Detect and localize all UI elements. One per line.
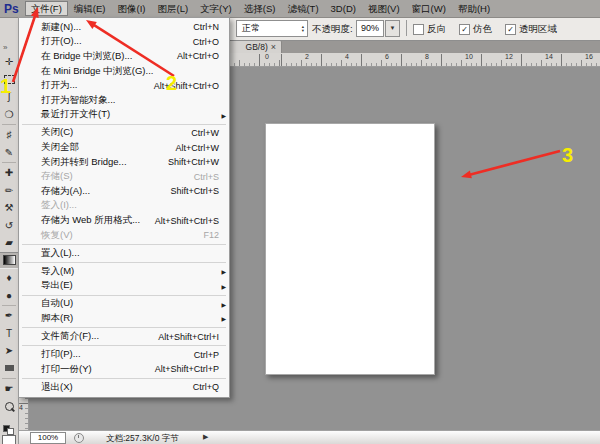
checked-checkbox-icon[interactable]: ✓ <box>505 24 516 35</box>
brush-tool[interactable]: ✏ <box>0 182 18 200</box>
file-menu-item-存储为(A)...[interactable]: 存储为(A)...Shift+Ctrl+S <box>19 184 229 199</box>
pen-tool[interactable]: ✒ <box>0 307 18 325</box>
blur-tool-icon: ♦ <box>6 272 11 283</box>
quick-select-tool[interactable]: ❍ <box>0 106 18 124</box>
gradient-tool[interactable] <box>0 252 18 270</box>
menubar-item-3D(D)[interactable]: 3D(D) <box>325 1 362 16</box>
eraser-tool[interactable]: ▰ <box>0 234 18 252</box>
pen-tool-icon: ✒ <box>5 310 13 321</box>
file-menu-item-打印一份(Y)[interactable]: 打印一份(Y)Alt+Shift+Ctrl+P <box>19 362 229 377</box>
healing-brush-tool-icon: ✚ <box>5 167 13 178</box>
path-select-tool[interactable]: ➤ <box>0 342 18 360</box>
menu-item-label: 自动(U) <box>19 297 73 310</box>
menu-item-label: 导入(M) <box>19 265 74 278</box>
unchecked-checkbox-icon[interactable] <box>413 24 424 35</box>
menubar-item-图层(L)[interactable]: 图层(L) <box>151 1 194 16</box>
menubar-item-文字(Y)[interactable]: 文字(Y) <box>194 1 238 16</box>
file-menu-item-导入(M)[interactable]: 导入(M)▶ <box>19 264 229 279</box>
menubar-item-滤镜(T)[interactable]: 滤镜(T) <box>281 1 324 16</box>
menu-item-label: 置入(L)... <box>19 247 80 260</box>
file-menu-item-关闭并转到 Bridge...[interactable]: 关闭并转到 Bridge...Shift+Ctrl+W <box>19 155 229 170</box>
clone-stamp-tool[interactable]: ⚒ <box>0 199 18 217</box>
photoshop-window: Ps 文件(F)编辑(E)图像(I)图层(L)文字(Y)选择(S)滤镜(T)3D… <box>0 0 600 444</box>
lasso-tool[interactable]: ʃ <box>0 88 18 106</box>
checkbox-label: 仿色 <box>473 23 492 36</box>
menu-item-shortcut: Alt+Ctrl+W <box>175 143 229 153</box>
file-menu-item-存储为 Web 所用格式...[interactable]: 存储为 Web 所用格式...Alt+Shift+Ctrl+S <box>19 213 229 228</box>
healing-brush-tool[interactable]: ✚ <box>0 164 18 182</box>
menu-item-label: 存储为 Web 所用格式... <box>19 214 140 227</box>
zoom-level-input[interactable]: 100% <box>30 432 66 444</box>
menubar-item-帮助(H)[interactable]: 帮助(H) <box>452 1 496 16</box>
file-menu-item-脚本(R)[interactable]: 脚本(R)▶ <box>19 311 229 326</box>
menu-item-shortcut: Shift+Ctrl+S <box>170 186 229 196</box>
swatch-well[interactable] <box>2 435 16 444</box>
file-menu-item-导出(E)[interactable]: 导出(E)▶ <box>19 279 229 294</box>
menubar-item-文件(F)[interactable]: 文件(F) <box>25 1 68 16</box>
menu-item-label: 打开为智能对象... <box>19 94 115 107</box>
file-menu-item-在 Mini Bridge 中浏览(G)...[interactable]: 在 Mini Bridge 中浏览(G)... <box>19 64 229 79</box>
file-menu-item-新建(N)...[interactable]: 新建(N)...Ctrl+N <box>19 20 229 35</box>
document-canvas[interactable] <box>265 123 435 375</box>
menubar-item-视图(V)[interactable]: 视图(V) <box>362 1 406 16</box>
menubar-items: 文件(F)编辑(E)图像(I)图层(L)文字(Y)选择(S)滤镜(T)3D(D)… <box>25 1 496 16</box>
blur-tool[interactable]: ♦ <box>0 269 18 287</box>
checked-checkbox-icon[interactable]: ✓ <box>459 24 470 35</box>
marquee-tool[interactable] <box>0 71 18 89</box>
file-menu-item-文件简介(F)...[interactable]: 文件简介(F)...Alt+Shift+Ctrl+I <box>19 329 229 344</box>
menubar-item-编辑(E)[interactable]: 编辑(E) <box>68 1 112 16</box>
file-menu-item-最近打开文件(T)[interactable]: 最近打开文件(T)▶ <box>19 108 229 123</box>
menubar-item-窗口(W)[interactable]: 窗口(W) <box>406 1 452 16</box>
move-tool-icon: ✛ <box>5 56 13 67</box>
opacity-input[interactable]: 90% <box>356 20 384 37</box>
file-menu-item-在 Bridge 中浏览(B)...[interactable]: 在 Bridge 中浏览(B)...Alt+Ctrl+O <box>19 49 229 64</box>
toolbar-tools: ✛ʃ❍♯✎✚✏⚒↺▰♦●✒T➤☛ <box>0 53 18 415</box>
shape-tool[interactable] <box>0 360 18 378</box>
file-menu-item-置入(L)...[interactable]: 置入(L)... <box>19 246 229 261</box>
ruler-number: 4 <box>345 53 349 60</box>
checkbox-仿色[interactable]: ✓仿色 <box>459 23 492 36</box>
menu-item-label: 在 Bridge 中浏览(B)... <box>19 50 132 63</box>
menu-item-shortcut: Ctrl+S <box>194 172 229 182</box>
file-menu-item-退出(X)[interactable]: 退出(X)Ctrl+Q <box>19 380 229 395</box>
file-menu-item-关闭全部[interactable]: 关闭全部Alt+Ctrl+W <box>19 140 229 155</box>
checkbox-反向[interactable]: 反向 <box>413 23 446 36</box>
blend-mode-value: 正常 <box>237 22 302 35</box>
type-tool[interactable]: T <box>0 325 18 343</box>
menu-item-shortcut: Ctrl+P <box>194 350 229 360</box>
dodge-tool[interactable]: ● <box>0 287 18 305</box>
submenu-arrow-icon: ▶ <box>221 112 226 119</box>
file-menu-item-打开(O)...[interactable]: 打开(O)...Ctrl+O <box>19 35 229 50</box>
menu-item-label: 关闭全部 <box>19 141 79 154</box>
file-menu-item-打印(P)...[interactable]: 打印(P)...Ctrl+P <box>19 347 229 362</box>
opacity-dropdown-button[interactable]: ▼ <box>385 20 400 37</box>
ruler-number: 4 <box>19 404 23 411</box>
menubar-item-选择(S)[interactable]: 选择(S) <box>238 1 282 16</box>
menu-item-shortcut: Alt+Ctrl+O <box>177 51 229 61</box>
menu-bar: Ps 文件(F)编辑(E)图像(I)图层(L)文字(Y)选择(S)滤镜(T)3D… <box>0 0 600 18</box>
submenu-arrow-icon: ▶ <box>221 268 226 275</box>
collapse-panel-icon[interactable]: » <box>3 43 6 52</box>
file-menu-dropdown: 新建(N)...Ctrl+N打开(O)...Ctrl+O在 Bridge 中浏览… <box>18 17 230 398</box>
hand-tool[interactable]: ☛ <box>0 380 18 398</box>
updown-icon: ▴ ▾ <box>302 25 307 33</box>
tab-close-icon[interactable]: × <box>271 43 276 51</box>
background-color-swatch[interactable] <box>7 428 14 435</box>
checkbox-透明区域[interactable]: ✓透明区域 <box>505 23 557 36</box>
file-menu-item-打开为...[interactable]: 打开为...Alt+Shift+Ctrl+O <box>19 78 229 93</box>
eyedropper-tool[interactable]: ✎ <box>0 144 18 162</box>
move-tool[interactable]: ✛ <box>0 53 18 71</box>
menubar-item-图像(I)[interactable]: 图像(I) <box>112 1 152 16</box>
menu-item-label: 恢复(V) <box>19 229 73 242</box>
file-menu-item-关闭(C)[interactable]: 关闭(C)Ctrl+W <box>19 126 229 141</box>
history-brush-tool[interactable]: ↺ <box>0 217 18 235</box>
ruler-number: 12 <box>505 53 513 60</box>
zoom-tool[interactable] <box>0 398 18 416</box>
blend-mode-select[interactable]: 正常 ▴ ▾ <box>236 20 308 37</box>
crop-tool[interactable]: ♯ <box>0 126 18 144</box>
type-tool-icon: T <box>6 328 12 339</box>
ruler-number: 8 <box>425 53 429 60</box>
file-menu-item-打开为智能对象...[interactable]: 打开为智能对象... <box>19 93 229 108</box>
status-expand-icon[interactable]: ▶ <box>203 433 208 441</box>
file-menu-item-自动(U)[interactable]: 自动(U)▶ <box>19 297 229 312</box>
